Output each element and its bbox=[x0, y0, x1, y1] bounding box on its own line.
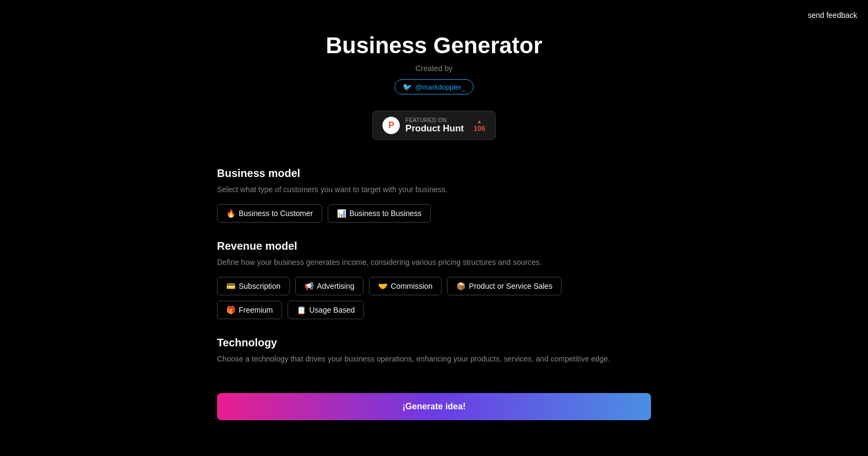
business-model-options: 🔥 Business to Customer 📊 Business to Bus… bbox=[217, 204, 651, 223]
ph-count-number: 106 bbox=[474, 124, 486, 132]
freemium-label: Freemium bbox=[239, 306, 273, 314]
commission-label: Commission bbox=[391, 282, 432, 290]
product-sales-emoji: 📦 bbox=[456, 282, 465, 290]
b2c-emoji: 🔥 bbox=[226, 209, 235, 218]
business-model-description: Select what type of customers you want t… bbox=[217, 184, 651, 195]
ph-count: ▲ 106 bbox=[474, 118, 486, 132]
usage-based-label: Usage Based bbox=[309, 306, 355, 314]
subscription-button[interactable]: 💳 Subscription bbox=[217, 277, 290, 295]
revenue-model-options-row1: 💳 Subscription 📢 Advertising 🤝 Commissio… bbox=[217, 277, 651, 295]
page-title: Business Generator bbox=[326, 33, 542, 59]
freemium-emoji: 🎁 bbox=[226, 306, 235, 314]
subscription-emoji: 💳 bbox=[226, 282, 235, 290]
technology-section: Technology Choose a technology that driv… bbox=[217, 337, 651, 365]
b2b-label: Business to Business bbox=[349, 209, 422, 218]
usage-based-emoji: 📋 bbox=[297, 306, 306, 314]
commission-emoji: 🤝 bbox=[378, 282, 387, 290]
page-container: Business Generator Created by 🐦 @markdop… bbox=[0, 0, 868, 420]
revenue-model-section: Revenue model Define how your business g… bbox=[217, 240, 651, 319]
twitter-handle: @markdoppler_ bbox=[415, 83, 465, 91]
advertising-label: Advertising bbox=[317, 282, 354, 290]
send-feedback-button[interactable]: send feedback bbox=[808, 11, 857, 20]
b2c-button[interactable]: 🔥 Business to Customer bbox=[217, 204, 322, 223]
generate-button[interactable]: ¡Generate idea! bbox=[217, 393, 651, 420]
twitter-badge[interactable]: 🐦 @markdoppler_ bbox=[394, 79, 474, 94]
ph-logo: P bbox=[382, 117, 400, 134]
technology-description: Choose a technology that drives your bus… bbox=[217, 353, 651, 365]
b2b-emoji: 📊 bbox=[337, 209, 346, 218]
twitter-icon: 🐦 bbox=[403, 83, 412, 91]
created-by-label: Created by bbox=[416, 64, 452, 73]
advertising-emoji: 📢 bbox=[304, 282, 314, 290]
product-hunt-badge[interactable]: P FEATURED ON Product Hunt ▲ 106 bbox=[372, 111, 495, 140]
freemium-button[interactable]: 🎁 Freemium bbox=[217, 301, 282, 319]
commission-button[interactable]: 🤝 Commission bbox=[369, 277, 442, 295]
ph-product-hunt: Product Hunt bbox=[405, 123, 464, 134]
advertising-button[interactable]: 📢 Advertising bbox=[295, 277, 363, 295]
subscription-label: Subscription bbox=[239, 282, 280, 290]
b2c-label: Business to Customer bbox=[239, 209, 313, 218]
business-model-title: Business model bbox=[217, 167, 651, 180]
revenue-model-options-row2: 🎁 Freemium 📋 Usage Based bbox=[217, 301, 651, 319]
business-model-section: Business model Select what type of custo… bbox=[217, 167, 651, 223]
technology-title: Technology bbox=[217, 337, 651, 349]
revenue-model-title: Revenue model bbox=[217, 240, 651, 252]
b2b-button[interactable]: 📊 Business to Business bbox=[328, 204, 431, 223]
revenue-model-description: Define how your business generates incom… bbox=[217, 257, 651, 268]
main-content: Business model Select what type of custo… bbox=[217, 167, 651, 420]
ph-text: FEATURED ON Product Hunt bbox=[405, 117, 464, 134]
product-sales-button[interactable]: 📦 Product or Service Sales bbox=[447, 277, 561, 295]
ph-featured-on: FEATURED ON bbox=[405, 117, 464, 123]
product-sales-label: Product or Service Sales bbox=[469, 282, 552, 290]
usage-based-button[interactable]: 📋 Usage Based bbox=[288, 301, 364, 319]
ph-arrow-icon: ▲ bbox=[477, 118, 482, 124]
